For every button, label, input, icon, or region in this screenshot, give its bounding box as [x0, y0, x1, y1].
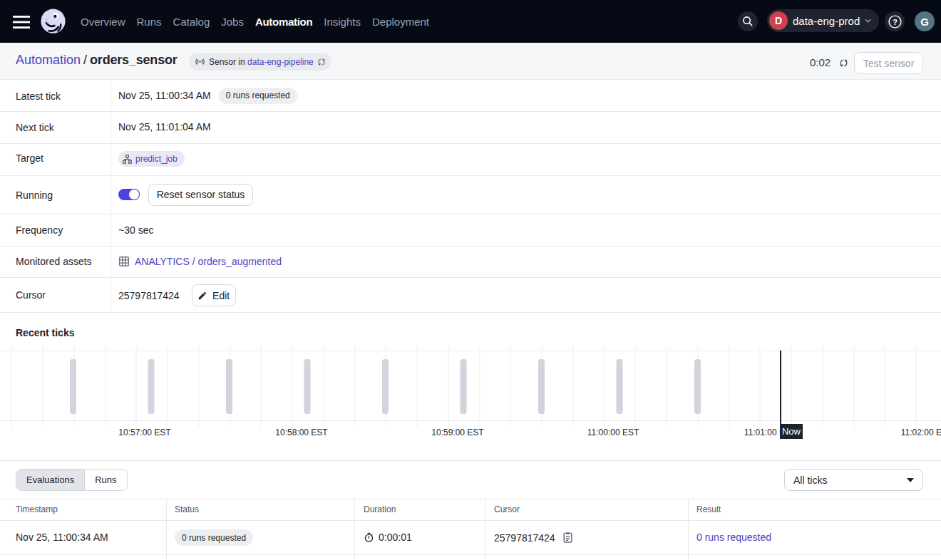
svg-text:11:02:00 EST: 11:02:00 EST — [901, 427, 941, 437]
svg-text:11:00:00 EST: 11:00:00 EST — [587, 427, 639, 437]
svg-text:10:57:00 EST: 10:57:00 EST — [118, 427, 171, 437]
svg-text:10:58:00 EST: 10:58:00 EST — [275, 427, 328, 437]
svg-text:10:59:00 EST: 10:59:00 EST — [431, 427, 484, 437]
svg-text:Now: Now — [782, 426, 801, 437]
svg-text:?: ? — [893, 17, 898, 26]
